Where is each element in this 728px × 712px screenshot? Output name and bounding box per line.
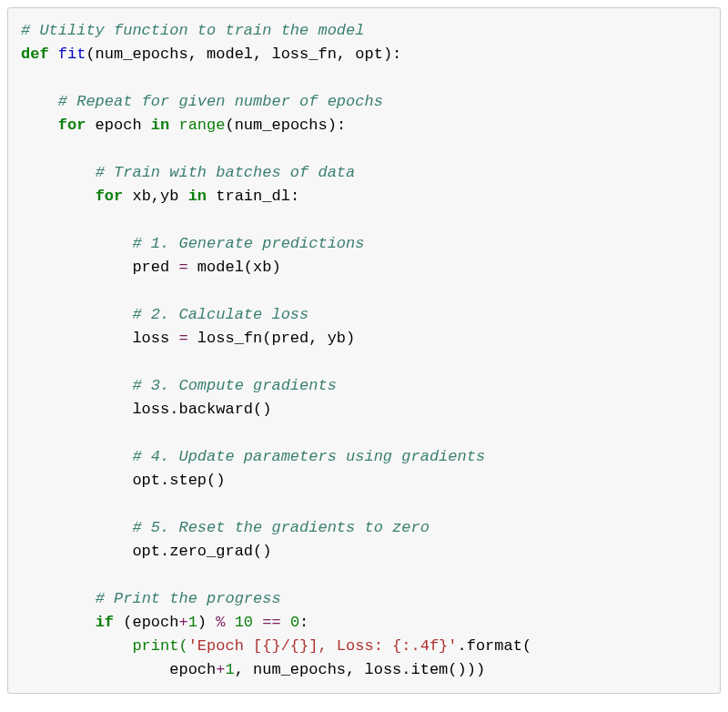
var-xbyb: xb,yb bbox=[123, 188, 187, 205]
keyword-in-inner: in bbox=[188, 188, 207, 205]
keyword-in-outer: in bbox=[151, 117, 169, 134]
range-args: (num_epochs): bbox=[225, 117, 346, 134]
comment-step-1: # 1. Generate predictions bbox=[132, 235, 364, 252]
loss-backward: loss.backward() bbox=[132, 401, 271, 418]
opt-step: opt.step() bbox=[132, 472, 225, 489]
keyword-def: def bbox=[21, 46, 49, 63]
fmt-args-post: , num_epochs, loss.item())) bbox=[235, 661, 485, 678]
if-close: : bbox=[299, 614, 308, 631]
keyword-for-outer: for bbox=[58, 117, 86, 134]
builtin-range: range bbox=[169, 117, 225, 134]
op-assign-1: = bbox=[178, 259, 187, 276]
code-block: # Utility function to train the model de… bbox=[7, 7, 721, 694]
pred-lhs: pred bbox=[132, 259, 178, 276]
op-plus-2: + bbox=[216, 661, 225, 678]
builtin-print: print( bbox=[132, 637, 187, 655]
keyword-if: if bbox=[96, 614, 114, 631]
comment-utility: # Utility function to train the model bbox=[21, 22, 364, 39]
pred-rhs: model(xb) bbox=[188, 259, 281, 276]
op-assign-2: = bbox=[178, 330, 187, 347]
train-dl: train_dl: bbox=[207, 188, 299, 205]
format-call: .format( bbox=[458, 637, 532, 655]
num-1a: 1 bbox=[188, 614, 197, 631]
comment-step-4: # 4. Update parameters using gradients bbox=[132, 448, 485, 465]
comment-step-3: # 3. Compute gradients bbox=[132, 377, 336, 394]
comment-step-2: # 2. Calculate loss bbox=[132, 306, 308, 323]
var-epoch: epoch bbox=[86, 117, 150, 134]
op-eqeq: == bbox=[262, 614, 280, 631]
num-1b: 1 bbox=[225, 661, 234, 678]
function-name: fit bbox=[58, 46, 86, 63]
comment-progress: # Print the progress bbox=[96, 590, 281, 607]
num-10: 10 bbox=[225, 614, 262, 631]
keyword-for-inner: for bbox=[96, 188, 124, 205]
num-0: 0 bbox=[281, 614, 299, 631]
comment-repeat: # Repeat for given number of epochs bbox=[58, 93, 383, 110]
loss-lhs: loss bbox=[132, 330, 178, 347]
op-mod: % bbox=[216, 614, 225, 631]
format-string: 'Epoch [{}/{}], Loss: {:.4f}' bbox=[188, 637, 458, 655]
loss-rhs: loss_fn(pred, yb) bbox=[188, 330, 356, 347]
params: (num_epochs, model, loss_fn, opt): bbox=[86, 46, 401, 63]
fmt-args-pre: epoch bbox=[169, 661, 216, 678]
opt-zero-grad: opt.zero_grad() bbox=[132, 543, 271, 560]
if-open: (epoch bbox=[114, 614, 178, 631]
code-content: # Utility function to train the model de… bbox=[21, 19, 707, 682]
comment-step-5: # 5. Reset the gradients to zero bbox=[132, 519, 429, 536]
op-plus-1: + bbox=[178, 614, 187, 631]
comment-train-batches: # Train with batches of data bbox=[96, 164, 356, 181]
if-cont: ) bbox=[197, 614, 216, 631]
